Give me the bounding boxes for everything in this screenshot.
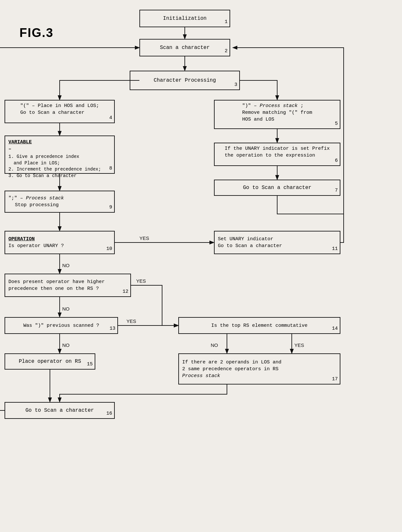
box-10: OPERATION Is operator UNARY ? 10: [5, 231, 115, 254]
box-4: "(" – Place in HOS and LOS; Go to Scan a…: [5, 100, 115, 123]
svg-text:NO: NO: [62, 263, 70, 268]
box-1: Initialization 1: [139, 10, 230, 27]
box-7: Go to Scan a character 7: [214, 180, 340, 196]
box-3: Character Processing 3: [130, 71, 240, 90]
svg-text:NO: NO: [62, 342, 70, 348]
svg-text:YES: YES: [139, 235, 149, 241]
svg-text:YES: YES: [136, 278, 146, 284]
box-5: ")" – Process stack ; Remove matching "(…: [214, 100, 340, 129]
box-8: VARIABLE – 1. Give a precedence index an…: [5, 136, 115, 174]
box-15: Place operator on RS 15: [5, 353, 95, 370]
flowchart-diagram: FIG.3 Initialization 1 Scan a character …: [0, 0, 402, 532]
svg-text:NO: NO: [62, 306, 70, 312]
svg-text:YES: YES: [294, 342, 304, 348]
box-12: Does present operator have higher preced…: [5, 274, 131, 297]
svg-text:YES: YES: [126, 318, 136, 324]
box-13: Was ")" previous scanned ? 13: [5, 317, 118, 334]
box-17: If there are 2 operands in LOS and 2 sam…: [178, 353, 340, 384]
svg-text:NO: NO: [211, 342, 218, 348]
box-16: Go to Scan a character 16: [5, 402, 115, 419]
box-14: Is the top RS element commutative 14: [178, 317, 340, 334]
box-11: Set UNARY indicator Go to Scan a charact…: [214, 231, 340, 254]
fig-label: FIG.3: [19, 26, 53, 40]
box-9: ";" – Process stack Stop processing 9: [5, 191, 115, 213]
box-2: Scan a character 2: [139, 39, 230, 56]
box-6: If the UNARY indicator is set Prefix the…: [214, 143, 340, 166]
